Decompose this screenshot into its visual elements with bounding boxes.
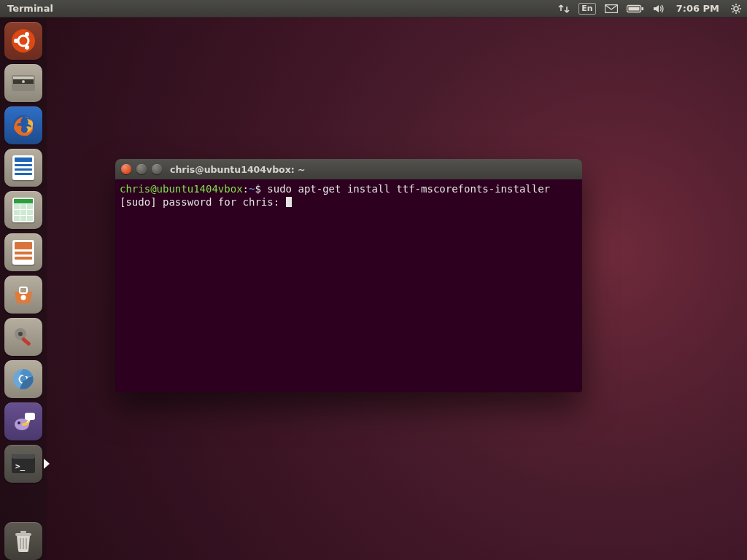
svg-rect-3 (628, 7, 639, 10)
terminal-body[interactable]: chris@ubuntu1404vbox:~$ sudo apt-get ins… (115, 179, 582, 392)
sound-icon[interactable] (653, 4, 665, 14)
launcher-writer[interactable] (4, 149, 42, 187)
svg-rect-38 (20, 531, 26, 533)
svg-point-17 (25, 45, 29, 50)
clock[interactable]: 7:06 PM (673, 3, 722, 14)
svg-text:>_: >_ (15, 462, 26, 471)
window-minimize-button[interactable] (136, 164, 147, 174)
svg-point-4 (734, 7, 738, 11)
trash-icon (9, 526, 38, 556)
firefox-icon (9, 111, 38, 140)
svg-rect-35 (12, 454, 35, 459)
launcher-calc[interactable] (4, 191, 42, 229)
terminal-command: sudo apt-get install ttf-mscorefonts-ins… (267, 183, 550, 195)
pidgin-icon (9, 407, 38, 436)
settings-icon (9, 322, 38, 351)
launcher-files[interactable] (4, 64, 42, 102)
unity-launcher: >_ (0, 18, 47, 560)
launcher-system-settings[interactable] (4, 318, 42, 356)
terminal-window: chris@ubuntu1404vbox: ~ chris@ubuntu1404… (115, 159, 582, 392)
svg-line-9 (732, 5, 734, 7)
battery-icon[interactable] (627, 4, 644, 13)
terminal-icon: >_ (9, 449, 38, 478)
terminal-output-line: [sudo] password for chris: (120, 196, 286, 208)
top-panel: Terminal En 7:06 PM (0, 0, 747, 18)
keyboard-layout-indicator[interactable]: En (578, 3, 595, 15)
terminal-title: chris@ubuntu1404vbox: ~ (170, 164, 306, 175)
launcher-firefox[interactable] (4, 106, 42, 144)
messages-icon[interactable] (605, 4, 618, 13)
svg-point-16 (25, 32, 29, 36)
launcher-pidgin[interactable] (4, 402, 42, 440)
svg-line-11 (732, 11, 734, 12)
chromium-icon (9, 365, 38, 394)
svg-point-24 (21, 295, 26, 300)
svg-point-26 (18, 332, 23, 336)
window-maximize-button[interactable] (152, 164, 162, 174)
network-icon[interactable] (558, 4, 570, 14)
session-gear-icon[interactable] (731, 4, 741, 14)
launcher-trash[interactable] (4, 522, 42, 560)
svg-line-12 (738, 5, 740, 7)
svg-rect-33 (25, 413, 35, 420)
launcher-dash[interactable] (4, 22, 42, 60)
software-center-icon (9, 280, 38, 309)
launcher-chromium[interactable] (4, 360, 42, 398)
impress-icon (9, 238, 38, 267)
svg-rect-37 (15, 533, 31, 536)
calc-icon (9, 195, 38, 225)
launcher-software-center[interactable] (4, 276, 42, 314)
launcher-terminal[interactable]: >_ (4, 445, 42, 483)
svg-rect-20 (13, 77, 34, 79)
active-app-label[interactable]: Terminal (0, 3, 61, 14)
svg-point-21 (22, 80, 25, 83)
svg-rect-27 (21, 337, 31, 346)
prompt-userhost: chris@ubuntu1404vbox (120, 183, 243, 195)
window-close-button[interactable] (121, 164, 131, 174)
terminal-cursor (286, 197, 292, 207)
writer-icon (9, 153, 38, 182)
terminal-titlebar[interactable]: chris@ubuntu1404vbox: ~ (115, 159, 582, 179)
svg-rect-2 (641, 7, 643, 10)
indicator-area: En 7:06 PM (558, 3, 747, 15)
svg-line-10 (738, 11, 740, 12)
svg-point-32 (18, 421, 20, 424)
launcher-impress[interactable] (4, 233, 42, 271)
svg-point-15 (14, 39, 18, 43)
ubuntu-logo-icon (9, 26, 38, 55)
file-manager-icon (9, 69, 38, 98)
